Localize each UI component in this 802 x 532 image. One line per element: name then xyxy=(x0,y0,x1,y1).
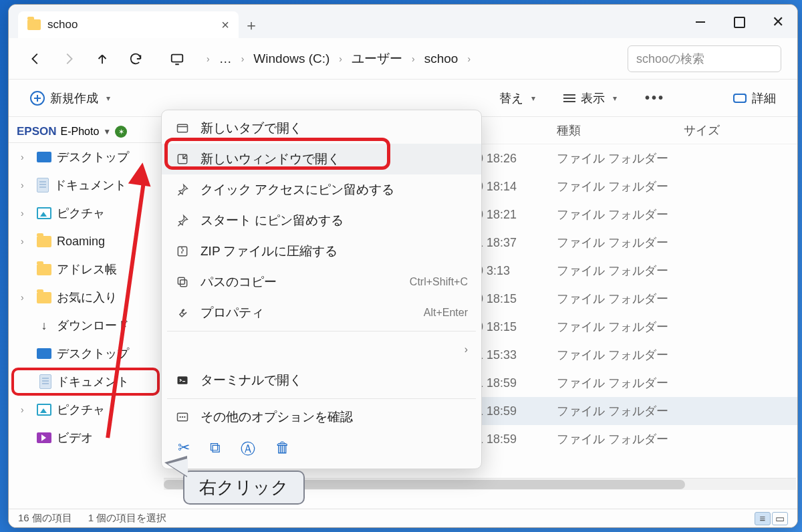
sidebar-item-Roaming[interactable]: ›Roaming xyxy=(9,227,162,255)
sidebar-item-label: ダウンロード xyxy=(57,317,129,334)
cell-type: ファイル フォルダー xyxy=(557,235,684,251)
video-icon xyxy=(37,432,51,443)
minimize-button[interactable] xyxy=(681,6,720,38)
plus-circle-icon xyxy=(30,91,45,106)
menu-item[interactable]: ターミナルで開く xyxy=(162,365,481,396)
menu-item[interactable]: スタート にピン留めする xyxy=(162,205,481,236)
chevron-right-icon: › xyxy=(21,208,31,219)
sidebar-item-アドレス帳[interactable]: アドレス帳 xyxy=(9,255,162,283)
new-tab-button[interactable]: ＋ xyxy=(239,13,264,38)
sidebar-item-ドキュメント[interactable]: ›ドキュメント xyxy=(9,171,162,199)
view-button[interactable]: 表示 ▾ xyxy=(555,86,625,110)
sidebar-item-ピクチャ[interactable]: ›ピクチャ xyxy=(9,199,162,227)
menu-item-label: 新しいウィンドウで開く xyxy=(200,150,340,168)
sidebar-item-label: Roaming xyxy=(57,235,105,249)
sidebar-item-label: デスクトップ xyxy=(57,346,129,362)
desktop-icon xyxy=(37,152,51,162)
menu-item-label: ターミナルで開く xyxy=(200,372,302,389)
folder-icon xyxy=(37,236,51,247)
sort-button[interactable]: 替え ▾ xyxy=(491,86,543,110)
close-tab-icon[interactable]: × xyxy=(221,18,229,31)
nav-sidebar: EPSON E-Photo ▼ ✶ ›デスクトップ›ドキュメント›ピクチャ›Ro… xyxy=(9,117,162,509)
sidebar-item-ビデオ[interactable]: ビデオ xyxy=(9,424,162,452)
chevron-down-icon: ▾ xyxy=(106,94,110,103)
monitor-icon[interactable] xyxy=(166,48,188,70)
svg-rect-5 xyxy=(178,277,184,284)
menu-item[interactable]: プロパティAlt+Enter xyxy=(162,297,481,328)
chevron-right-icon: › xyxy=(200,53,217,64)
sidebar-item-label: ドキュメント xyxy=(54,177,126,193)
chevron-right-icon: › xyxy=(21,152,31,162)
cell-type: ファイル フォルダー xyxy=(557,150,684,166)
menu-item[interactable]: ZIP ファイルに圧縮する xyxy=(162,236,481,267)
menu-item-label: パスのコピー xyxy=(200,273,277,291)
cell-type: ファイル フォルダー xyxy=(557,319,684,335)
icons-view-button[interactable]: ▭ xyxy=(772,512,788,525)
back-button[interactable] xyxy=(25,48,46,70)
pin-icon xyxy=(175,182,190,197)
close-window-button[interactable]: ✕ xyxy=(759,6,797,38)
doc-icon xyxy=(37,178,49,192)
delete-icon[interactable]: 🗑 xyxy=(275,439,290,459)
up-button[interactable] xyxy=(92,48,113,70)
explorer-window: schoo × ＋ ✕ › … › Windows (C:) xyxy=(8,4,798,528)
menu-item[interactable]: › xyxy=(162,334,481,365)
copy-icon[interactable]: ⧉ xyxy=(210,439,221,459)
terminal-icon xyxy=(175,373,190,388)
folder-icon xyxy=(37,292,51,303)
forward-button[interactable] xyxy=(58,48,80,70)
sidebar-item-ダウンロード[interactable]: ↓ダウンロード xyxy=(9,311,162,340)
menu-item[interactable]: クイック アクセスにピン留めする xyxy=(162,174,481,205)
tab-schoo[interactable]: schoo × xyxy=(18,11,239,38)
breadcrumb[interactable]: › … › Windows (C:) › ユーザー › schoo › xyxy=(200,47,477,70)
menu-item[interactable]: その他のオプションを確認 xyxy=(162,402,481,432)
annotation-callout: 右クリック xyxy=(183,471,305,505)
menu-item-label: スタート にピン留めする xyxy=(200,212,344,229)
menu-separator xyxy=(167,398,476,399)
svg-rect-1 xyxy=(178,124,188,132)
menu-item[interactable]: 新しいウィンドウで開く xyxy=(162,144,481,174)
more-button[interactable]: ••• xyxy=(637,86,673,110)
cell-type: ファイル フォルダー xyxy=(557,347,684,363)
search-placeholder: schooの検索 xyxy=(636,51,704,67)
breadcrumb-item[interactable]: Windows (C:) xyxy=(252,49,331,69)
rename-icon[interactable]: Ⓐ xyxy=(241,439,255,459)
new-button[interactable]: 新規作成 ▾ xyxy=(22,86,118,110)
sidebar-item-デスクトップ[interactable]: デスクトップ xyxy=(9,340,162,368)
svg-rect-0 xyxy=(172,54,183,61)
search-input[interactable]: schooの検索 xyxy=(628,45,781,72)
menu-item-label xyxy=(200,341,315,358)
sidebar-item-label: ドキュメント xyxy=(57,374,129,390)
menu-item-label: 新しいタブで開く xyxy=(200,120,302,137)
sidebar-item-ピクチャ[interactable]: ›ピクチャ xyxy=(9,396,162,424)
sidebar-item-デスクトップ[interactable]: ›デスクトップ xyxy=(9,143,162,171)
cell-type: ファイル フォルダー xyxy=(557,431,684,447)
callout-text: 右クリック xyxy=(183,471,305,505)
epson-toolbar[interactable]: EPSON E-Photo ▼ ✶ xyxy=(9,121,162,143)
view-label: 表示 xyxy=(581,90,605,106)
sort-label: 替え xyxy=(499,90,523,106)
col-type[interactable]: 種類 xyxy=(557,122,684,138)
maximize-button[interactable] xyxy=(720,6,759,38)
chevron-right-icon: › xyxy=(235,53,251,64)
status-bar: 16 個の項目 1 個の項目を選択 ≡ ▭ xyxy=(9,509,797,527)
sidebar-item-お気に入り[interactable]: ›お気に入り xyxy=(9,283,162,311)
menu-item[interactable]: パスのコピーCtrl+Shift+C xyxy=(162,267,481,297)
details-pane-button[interactable]: 詳細 xyxy=(725,86,784,110)
refresh-button[interactable] xyxy=(125,48,146,70)
breadcrumb-item[interactable]: schoo xyxy=(423,49,460,69)
menu-item-label: その他のオプションを確認 xyxy=(200,408,353,426)
col-size[interactable]: サイズ xyxy=(684,122,789,138)
breadcrumb-item[interactable]: ユーザー xyxy=(350,47,404,70)
item-count: 16 個の項目 xyxy=(18,512,72,525)
svg-rect-3 xyxy=(178,247,186,255)
sidebar-item-ドキュメント[interactable]: ドキュメント xyxy=(11,368,160,396)
menu-item[interactable]: 新しいタブで開く xyxy=(162,113,481,144)
pic-icon xyxy=(37,207,51,219)
details-view-button[interactable]: ≡ xyxy=(755,512,771,525)
sidebar-item-label: ピクチャ xyxy=(57,402,105,418)
menu-separator xyxy=(167,331,476,331)
chevron-right-icon: › xyxy=(405,53,422,64)
breadcrumb-ellipsis[interactable]: … xyxy=(218,49,233,69)
epson-logo: EPSON xyxy=(17,125,57,138)
